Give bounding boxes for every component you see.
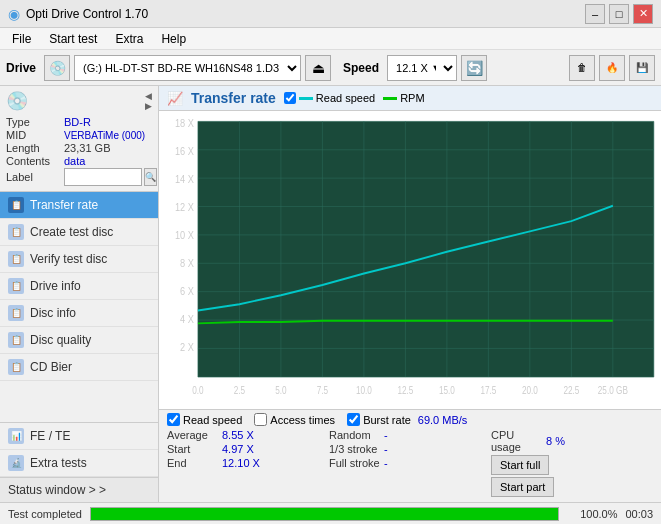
chart-header: 📈 Transfer rate Read speed RPM [159,86,661,111]
end-label: End [167,457,222,469]
speed-label: Speed [343,61,379,75]
burn-icon: 🔥 [606,62,618,73]
titlebar-controls: – □ ✕ [585,4,653,24]
nav-verify-test-disc[interactable]: 📋Verify test disc [0,246,158,273]
maximize-button[interactable]: □ [609,4,629,24]
app-title: Opti Drive Control 1.70 [26,7,148,21]
svg-text:7.5: 7.5 [317,385,328,396]
right-panel: 📈 Transfer rate Read speed RPM [159,86,661,502]
save-icon: 💾 [636,62,648,73]
end-row: End 12.10 X [167,457,329,469]
read-speed-color [299,97,313,100]
svg-text:4 X: 4 X [180,313,194,325]
legend-read-speed: Read speed [284,92,375,104]
delete-button[interactable]: 🗑 [569,55,595,81]
start-part-row: Start part [491,477,653,497]
start-label: Start [167,443,222,455]
burst-rate-cb[interactable] [347,413,360,426]
chart-icon: 📈 [167,91,183,106]
menu-item-help[interactable]: Help [153,30,194,48]
chart-title: Transfer rate [191,90,276,106]
left-panel: 💿 ◀ ▶ Type BD-R MID VERBATiMe (000) Leng… [0,86,159,502]
nav-create-test-disc[interactable]: 📋Create test disc [0,219,158,246]
nav-disc-info[interactable]: 📋Disc info [0,300,158,327]
access-times-cb-item: Access times [254,413,335,426]
svg-text:2.5: 2.5 [234,385,245,396]
svg-text:20.0: 20.0 [522,385,538,396]
disc-length-label: Length [6,142,64,154]
drive-icon: 💿 [49,60,66,76]
burn-button[interactable]: 🔥 [599,55,625,81]
close-button[interactable]: ✕ [633,4,653,24]
disc-type-row: Type BD-R [6,116,152,128]
disc-nav-left[interactable]: ◀ [145,91,152,101]
nav-transfer-rate[interactable]: 📋Transfer rate [0,192,158,219]
start-value: 4.97 X [222,443,264,455]
average-row: Average 8.55 X [167,429,329,441]
start-full-button[interactable]: Start full [491,455,549,475]
transfer-rate-icon: 📋 [8,197,24,213]
svg-text:10 X: 10 X [175,229,194,241]
disc-label-browse-button[interactable]: 🔍 [144,168,157,186]
svg-text:14 X: 14 X [175,173,194,185]
disc-quality-icon: 📋 [8,332,24,348]
read-speed-cb-label: Read speed [183,414,242,426]
disc-header: 💿 ◀ ▶ [6,90,152,112]
create-test-disc-icon: 📋 [8,224,24,240]
access-times-cb[interactable] [254,413,267,426]
disc-type-icon: 💿 [6,90,28,112]
checkboxes-row: Read speed Access times Burst rate 69.0 … [167,413,653,426]
save-button[interactable]: 💾 [629,55,655,81]
nav-extra-tests[interactable]: 🔬 Extra tests [0,450,158,477]
refresh-button[interactable]: 🔄 [461,55,487,81]
disc-length-row: Length 23,31 GB [6,142,152,154]
start-part-button[interactable]: Start part [491,477,554,497]
disc-label-row: Label 🔍 [6,168,152,186]
titlebar: ◉ Opti Drive Control 1.70 – □ ✕ [0,0,661,28]
drive-icon-btn[interactable]: 💿 [44,55,70,81]
drive-label: Drive [6,61,36,75]
disc-label-input[interactable] [64,168,142,186]
stroke1-row: 1/3 stroke - [329,443,491,455]
browse-icon: 🔍 [145,172,156,182]
disc-type-value: BD-R [64,116,91,128]
average-label: Average [167,429,222,441]
random-row: Random - [329,429,491,441]
nav-drive-info[interactable]: 📋Drive info [0,273,158,300]
disc-nav-right[interactable]: ▶ [145,101,152,111]
burst-rate-cb-item: Burst rate 69.0 MB/s [347,413,467,426]
svg-text:25.0 GB: 25.0 GB [598,385,628,396]
disc-type-label: Type [6,116,64,128]
svg-text:8 X: 8 X [180,257,194,269]
status-window-button[interactable]: Status window > > [0,477,158,502]
rpm-legend-label: RPM [400,92,424,104]
stats-col-2: Random - 1/3 stroke - Full stroke - [329,429,491,499]
svg-text:6 X: 6 X [180,285,194,297]
menu-item-extra[interactable]: Extra [107,30,151,48]
disc-mid-value: VERBATiMe (000) [64,130,145,141]
transfer-rate-label: Transfer rate [30,198,98,212]
nav-cd-bier[interactable]: 📋CD Bier [0,354,158,381]
eject-button[interactable]: ⏏ [305,55,331,81]
read-speed-checkbox[interactable] [284,92,296,104]
drive-selector[interactable]: (G:) HL-DT-ST BD-RE WH16NS48 1.D3 [74,55,301,81]
read-speed-cb[interactable] [167,413,180,426]
svg-rect-0 [198,121,654,377]
extra-tests-label: Extra tests [30,456,87,470]
drive-info-label: Drive info [30,279,81,293]
disc-mid-label: MID [6,129,64,141]
minimize-button[interactable]: – [585,4,605,24]
progress-bar-fill [91,508,558,520]
fe-te-label: FE / TE [30,429,70,443]
nav-fe-te[interactable]: 📊 FE / TE [0,423,158,450]
disc-info-icon: 📋 [8,305,24,321]
random-value: - [384,429,426,441]
speed-selector[interactable]: 12.1 X ▼ [387,55,457,81]
menu-item-start-test[interactable]: Start test [41,30,105,48]
disc-quality-label: Disc quality [30,333,91,347]
menu-item-file[interactable]: File [4,30,39,48]
nav-disc-quality[interactable]: 📋Disc quality [0,327,158,354]
svg-text:2 X: 2 X [180,342,194,354]
disc-contents-label: Contents [6,155,64,167]
verify-test-disc-label: Verify test disc [30,252,107,266]
